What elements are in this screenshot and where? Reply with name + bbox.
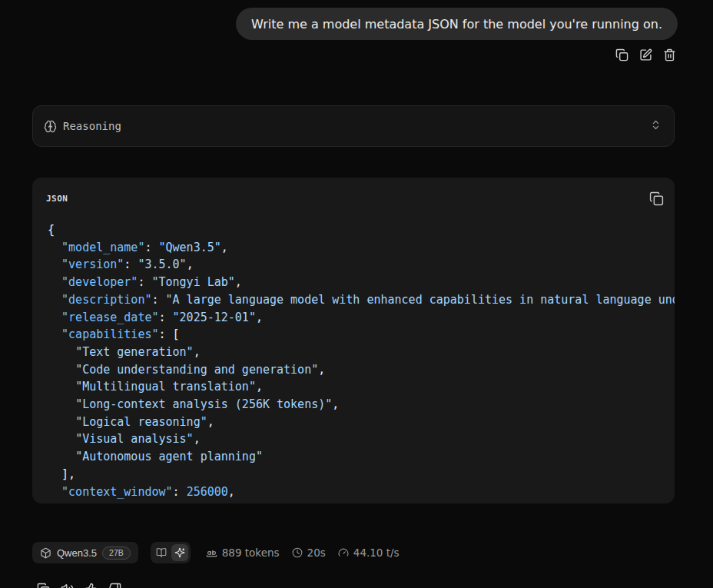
token-count-value: 889 tokens (222, 546, 280, 559)
copy-response-button[interactable] (37, 583, 50, 588)
code-block: JSON { "model_name": "Qwen3.5", "version… (32, 178, 675, 503)
model-size-badge: 27B (102, 546, 131, 560)
code-block-header: JSON (32, 178, 675, 206)
thumbs-up-button[interactable] (85, 583, 98, 588)
duration-stat: 20s (292, 546, 326, 559)
model-pill[interactable]: Qwen3.5 27B (32, 542, 138, 563)
clock-icon (292, 547, 303, 558)
reasoning-label: Reasoning (63, 120, 121, 132)
brain-icon (44, 120, 57, 133)
model-name: Qwen3.5 (57, 547, 97, 559)
thumbs-down-button[interactable] (108, 583, 121, 588)
delete-message-button[interactable] (663, 48, 676, 61)
book-open-icon (156, 547, 167, 558)
gauge-icon (338, 547, 349, 558)
user-message-bubble: Write me a model metadata JSON for the m… (236, 8, 678, 40)
chat-view: Write me a model metadata JSON for the m… (0, 0, 713, 588)
reasoning-toggle[interactable]: Reasoning (32, 105, 675, 147)
user-message-text: Write me a model metadata JSON for the m… (251, 17, 662, 32)
whole-word-icon (206, 547, 217, 559)
read-aloud-button[interactable] (61, 583, 74, 588)
copy-icon (37, 583, 50, 588)
response-actions (37, 583, 121, 588)
sparkles-icon (174, 547, 185, 558)
speed-value: 44.10 t/s (353, 546, 400, 559)
speed-stat: 44.10 t/s (338, 546, 400, 559)
speaker-icon (61, 583, 74, 588)
edit-icon (639, 48, 652, 61)
copy-message-button[interactable] (615, 48, 628, 61)
sparkles-view-button[interactable] (171, 544, 188, 561)
code-content: { "model_name": "Qwen3.5", "version": "3… (32, 221, 675, 500)
user-message-actions (615, 48, 676, 61)
chevrons-up-down-icon (650, 119, 662, 134)
duration-value: 20s (307, 546, 326, 559)
trash-icon (663, 48, 676, 61)
response-status-bar: Qwen3.5 27B 889 tokens (32, 542, 400, 563)
copy-icon (649, 191, 664, 206)
copy-code-button[interactable] (649, 191, 664, 206)
code-language-label: JSON (46, 194, 68, 204)
copy-icon (615, 48, 628, 61)
thumbs-down-icon (108, 583, 121, 588)
edit-message-button[interactable] (639, 48, 652, 61)
token-count-stat: 889 tokens (206, 546, 280, 559)
view-toggle (151, 542, 191, 563)
model-cube-icon (40, 547, 51, 559)
thumbs-up-icon (85, 583, 98, 588)
reader-view-button[interactable] (153, 544, 170, 561)
